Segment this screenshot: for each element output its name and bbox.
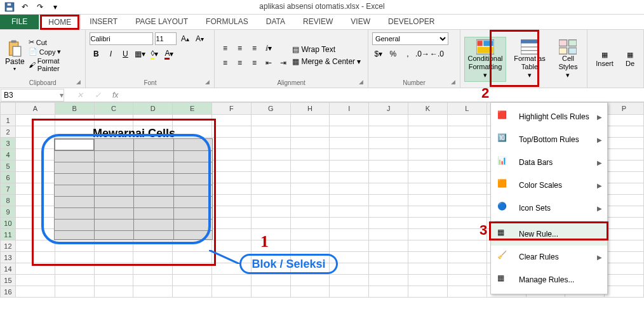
number-format-select[interactable]: General — [372, 32, 448, 45]
cf-data-bars[interactable]: 📊Data Bars▶ — [491, 151, 607, 174]
cell[interactable] — [408, 195, 448, 206]
cell[interactable] — [330, 195, 369, 206]
cell[interactable] — [448, 115, 487, 126]
cell[interactable] — [605, 286, 644, 298]
cell[interactable] — [605, 229, 644, 240]
row-header[interactable]: 6 — [0, 172, 16, 183]
cell[interactable] — [16, 218, 55, 229]
cell[interactable] — [369, 229, 408, 240]
cell[interactable] — [408, 263, 448, 275]
row-header[interactable]: 4 — [0, 149, 16, 161]
cell[interactable] — [16, 161, 55, 172]
cell[interactable] — [16, 149, 55, 161]
underline-button[interactable]: U — [119, 48, 131, 60]
align-right-icon[interactable]: ≡ — [248, 56, 260, 69]
tab-insert[interactable]: INSERT — [81, 15, 126, 29]
cell[interactable] — [408, 275, 448, 286]
cell[interactable] — [408, 252, 448, 263]
cell[interactable] — [408, 172, 448, 183]
cell[interactable] — [16, 115, 55, 126]
cell[interactable] — [173, 286, 212, 298]
cell[interactable] — [16, 126, 55, 138]
tab-file[interactable]: FILE — [0, 15, 39, 29]
cell-styles-button[interactable]: Cell Styles ▾ — [553, 37, 583, 82]
cf-top-bottom[interactable]: 🔟Top/Bottom Rules▶ — [491, 128, 607, 151]
cell[interactable] — [133, 252, 173, 263]
cell[interactable] — [369, 149, 408, 161]
orientation-icon[interactable]: ⅈ▾ — [262, 42, 275, 55]
worksheet-grid[interactable]: ABCDEFGHIJKLMNOP Mewarnai Cells 1 Blok /… — [0, 102, 644, 298]
cell[interactable] — [291, 149, 330, 161]
copy-button[interactable]: 📄 Copy ▾ — [29, 48, 82, 56]
row-header[interactable]: 14 — [0, 263, 16, 275]
format-as-table-button[interactable]: Format as Table ▾ — [509, 37, 551, 82]
tab-home[interactable]: HOME — [39, 15, 81, 30]
indent-dec-icon[interactable]: ⇤ — [262, 56, 275, 69]
cell[interactable] — [16, 240, 55, 252]
row-header[interactable]: 15 — [0, 275, 16, 286]
cell[interactable] — [408, 286, 448, 298]
cell[interactable] — [212, 229, 252, 240]
cell[interactable] — [173, 240, 212, 252]
cell[interactable] — [212, 149, 252, 161]
cell[interactable] — [408, 115, 448, 126]
cell[interactable] — [16, 286, 55, 298]
cell[interactable] — [95, 240, 134, 252]
cell[interactable] — [252, 195, 291, 206]
cell[interactable] — [330, 172, 369, 183]
cf-icon-sets[interactable]: 🔵Icon Sets▶ — [491, 197, 607, 220]
tab-developer[interactable]: DEVELOPER — [379, 15, 443, 29]
cf-new-rule[interactable]: ▦New Rule... — [491, 223, 607, 246]
cell[interactable] — [408, 126, 448, 138]
col-header[interactable]: D — [133, 102, 173, 115]
align-center-icon[interactable]: ≡ — [233, 56, 246, 69]
enter-formula-icon[interactable]: ✓ — [95, 91, 101, 100]
cell[interactable] — [605, 275, 644, 286]
cell[interactable] — [16, 172, 55, 183]
delete-cells-button[interactable]: ▦De — [621, 49, 640, 69]
undo-icon[interactable]: ↶ — [18, 1, 32, 13]
row-header[interactable]: 16 — [0, 286, 16, 298]
cell[interactable] — [605, 161, 644, 172]
cell[interactable] — [330, 161, 369, 172]
cell[interactable] — [448, 126, 487, 138]
cell[interactable] — [291, 286, 330, 298]
cell[interactable] — [252, 206, 291, 218]
cell[interactable] — [252, 172, 291, 183]
dec-decimal-icon[interactable]: ←.0 — [431, 48, 443, 60]
cell[interactable] — [95, 286, 134, 298]
cell[interactable] — [330, 240, 369, 252]
row-header[interactable]: 2 — [0, 126, 16, 138]
cell[interactable] — [212, 138, 252, 149]
col-header[interactable]: G — [252, 102, 291, 115]
cell[interactable] — [448, 161, 487, 172]
cell[interactable] — [330, 206, 369, 218]
cell[interactable] — [605, 195, 644, 206]
cell[interactable] — [16, 252, 55, 263]
cell[interactable] — [369, 115, 408, 126]
cell[interactable] — [16, 229, 55, 240]
cell[interactable] — [605, 183, 644, 195]
cell[interactable] — [95, 263, 134, 275]
cell[interactable] — [252, 115, 291, 126]
cell[interactable] — [212, 286, 252, 298]
inc-decimal-icon[interactable]: .0→ — [416, 48, 429, 60]
percent-icon[interactable]: % — [387, 48, 399, 60]
cell[interactable] — [16, 195, 55, 206]
cell[interactable] — [448, 263, 487, 275]
cell[interactable] — [330, 126, 369, 138]
cell[interactable] — [16, 206, 55, 218]
cell[interactable] — [448, 286, 487, 298]
border-button[interactable]: ▦▾ — [133, 48, 146, 60]
cell[interactable] — [605, 263, 644, 275]
cell[interactable] — [252, 149, 291, 161]
cell[interactable] — [212, 183, 252, 195]
cell[interactable] — [291, 161, 330, 172]
cut-button[interactable]: ✂ Cut — [29, 38, 82, 46]
cell[interactable] — [448, 138, 487, 149]
cell[interactable] — [291, 172, 330, 183]
cell[interactable] — [330, 229, 369, 240]
cell[interactable] — [212, 115, 252, 126]
cell[interactable] — [55, 252, 95, 263]
insert-cells-button[interactable]: ▦Insert — [591, 49, 618, 69]
